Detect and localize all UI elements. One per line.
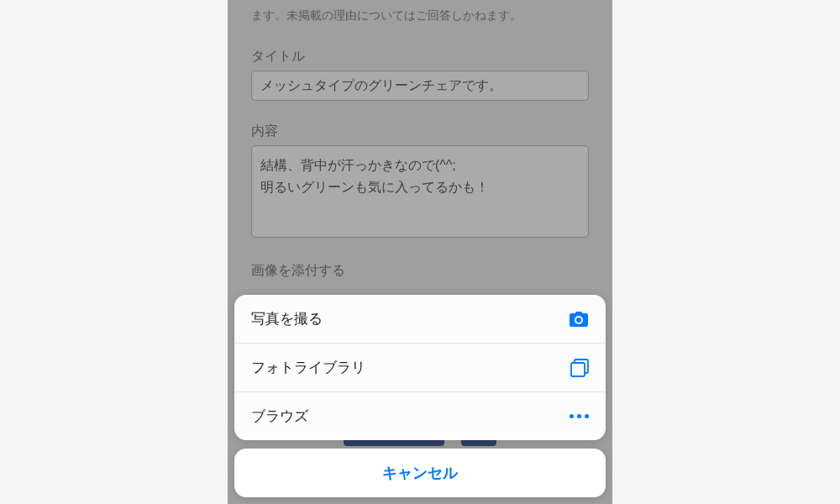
browse-label: ブラウズ — [251, 407, 308, 426]
more-icon — [570, 414, 589, 418]
notice-text: ます。未掲載の理由についてはご回答しかねます。 — [251, 7, 589, 24]
content-group: 内容 — [251, 123, 589, 240]
photo-library-option[interactable]: フォトライブラリ — [234, 344, 606, 392]
phone-screen: ます。未掲載の理由についてはご回答しかねます。 タイトル 内容 画像を添付する … — [228, 0, 612, 504]
attach-label: 画像を添付する — [251, 262, 589, 280]
browse-option[interactable]: ブラウズ — [234, 392, 606, 440]
content-label: 内容 — [251, 123, 589, 140]
title-input[interactable] — [251, 71, 589, 101]
take-photo-label: 写真を撮る — [251, 309, 323, 328]
photo-library-label: フォトライブラリ — [251, 358, 365, 377]
action-sheet: 写真を撮る フォトライブラリ ブラウズ — [234, 295, 606, 497]
camera-icon — [569, 311, 589, 328]
cancel-label: キャンセル — [382, 465, 458, 481]
title-group: タイトル — [251, 48, 589, 101]
cancel-button[interactable]: キャンセル — [234, 449, 606, 497]
title-label: タイトル — [251, 48, 589, 66]
content-textarea[interactable] — [251, 145, 589, 238]
photo-library-icon — [570, 359, 589, 377]
take-photo-option[interactable]: 写真を撮る — [234, 295, 606, 344]
svg-rect-1 — [571, 363, 585, 376]
